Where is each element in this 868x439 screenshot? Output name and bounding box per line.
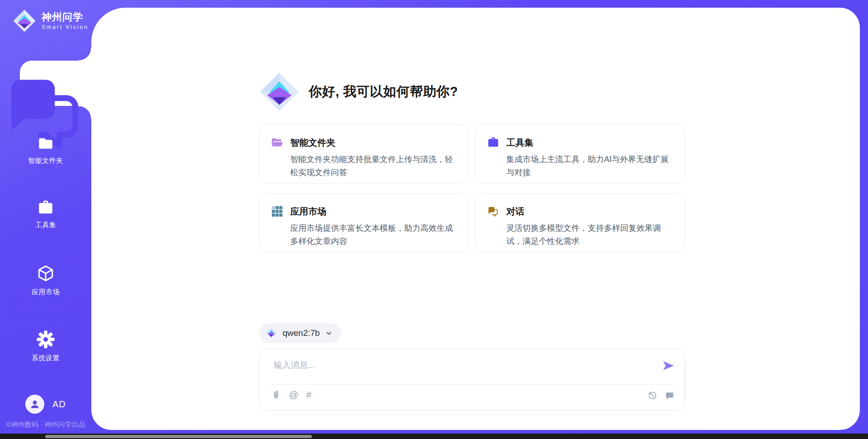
briefcase-icon xyxy=(487,136,500,149)
user-initials: AD xyxy=(52,399,66,410)
brand-subtitle: Smart Vision xyxy=(42,24,89,30)
message-composer: @ # xyxy=(259,348,685,411)
person-icon xyxy=(29,398,41,410)
grid-icon xyxy=(271,205,283,218)
card-title: 对话 xyxy=(506,205,524,218)
sidebar-item-label: 应用市场 xyxy=(32,288,60,296)
card-description: 应用市场提供丰富长文本模板，助力高效生成多样化文章内容 xyxy=(290,222,457,248)
card-app-market[interactable]: 应用市场 应用市场提供丰富长文本模板，助力高效生成多样化文章内容 xyxy=(259,193,468,252)
copyright-text: ©神州数码 · 神州问学出品 xyxy=(6,420,85,429)
card-chat[interactable]: 对话 灵活切换多模型文件，支持多样回复效果调试，满足个性化需求 xyxy=(475,193,685,252)
send-icon[interactable] xyxy=(661,359,675,372)
chat-icon xyxy=(487,205,500,218)
greeting: 你好, 我可以如何帮助你? xyxy=(259,72,458,112)
sidebar-item-label: 智能文件夹 xyxy=(28,157,63,165)
folder-open-icon xyxy=(271,136,283,149)
horizontal-scrollbar-thumb[interactable] xyxy=(45,435,312,438)
folder-icon xyxy=(37,135,54,152)
model-selector[interactable]: qwen2:7b xyxy=(259,323,341,343)
card-description: 集成市场上主流工具，助力AI与外界无缝扩展与对接 xyxy=(506,153,674,179)
brand-diamond-icon xyxy=(13,9,36,33)
brand-logo: 神州问学 Smart Vision xyxy=(13,9,89,33)
brand-name: 神州问学 xyxy=(42,12,89,23)
sidebar-item-toolset[interactable]: 工具集 xyxy=(0,199,91,229)
card-smart-folder[interactable]: 智能文件夹 智能文件夹功能支持批量文件上传与清洗，轻松实现文件问答 xyxy=(259,124,468,183)
assistant-logo-icon xyxy=(259,72,300,112)
greeting-text: 你好, 我可以如何帮助你? xyxy=(309,83,458,101)
briefcase-icon xyxy=(37,199,54,216)
composer-divider xyxy=(268,384,675,385)
gear-icon xyxy=(36,329,56,349)
card-description: 智能文件夹功能支持批量文件上传与清洗，轻松实现文件问答 xyxy=(290,153,457,179)
tab-fillet-top xyxy=(79,48,91,61)
card-title: 应用市场 xyxy=(290,205,326,218)
chevron-down-icon xyxy=(325,329,333,337)
composer-tools-left: @ # xyxy=(271,390,311,400)
message-input[interactable] xyxy=(273,358,654,372)
paperclip-icon[interactable] xyxy=(271,390,281,400)
app-window: 神州问学 Smart Vision 对话 智能文件夹 工具集 应用市场 xyxy=(0,0,868,439)
sidebar-item-smart-folder[interactable]: 智能文件夹 xyxy=(0,135,91,165)
model-name: qwen2:7b xyxy=(283,328,320,338)
sidebar-item-app-market[interactable]: 应用市场 xyxy=(0,263,91,296)
model-logo-icon xyxy=(265,327,277,339)
cube-icon xyxy=(36,263,56,283)
feature-cards: 智能文件夹 智能文件夹功能支持批量文件上传与清洗，轻松实现文件问答 工具集 集成… xyxy=(259,124,685,252)
sidebar-item-settings[interactable]: 系统设置 xyxy=(0,329,91,363)
hashtag-icon[interactable]: # xyxy=(306,390,311,400)
card-title: 智能文件夹 xyxy=(290,137,335,149)
history-icon[interactable] xyxy=(647,391,657,401)
mention-icon[interactable]: @ xyxy=(289,390,298,400)
brand-text: 神州问学 Smart Vision xyxy=(42,12,89,30)
card-toolset[interactable]: 工具集 集成市场上主流工具，助力AI与外界无缝扩展与对接 xyxy=(475,124,685,183)
avatar xyxy=(25,395,44,414)
sidebar-item-label: 工具集 xyxy=(35,221,57,229)
user-profile[interactable]: AD xyxy=(25,395,66,414)
card-description: 灵活切换多模型文件，支持多样回复效果调试，满足个性化需求 xyxy=(506,222,674,248)
sidebar-item-label: 系统设置 xyxy=(32,354,60,363)
composer-tools-right xyxy=(647,391,675,401)
card-title: 工具集 xyxy=(506,137,533,149)
chat-bubble-icon[interactable] xyxy=(665,391,675,401)
